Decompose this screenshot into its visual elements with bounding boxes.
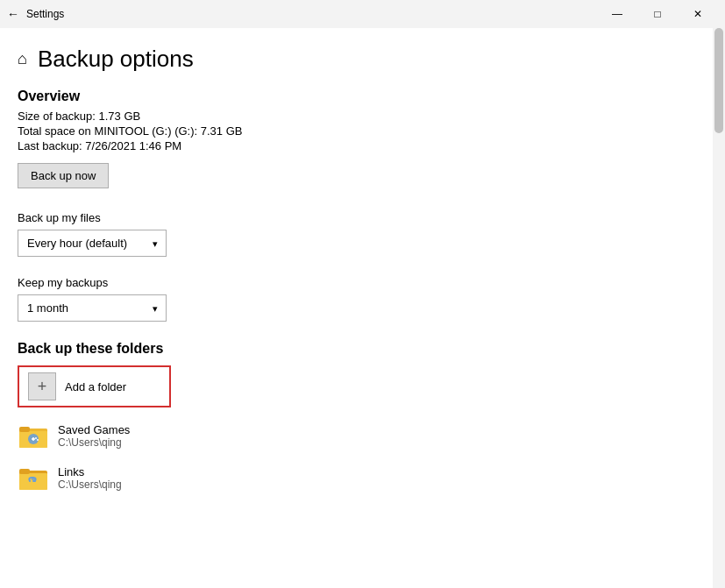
last-backup: Last backup: 7/26/2021 1:46 PM: [18, 139, 686, 152]
folder-path: C:\Users\qing: [58, 436, 130, 449]
title-bar: ← Settings — □ ✕: [0, 0, 725, 28]
backup-files-section: Back up my files Every hour (default) ▾: [18, 211, 686, 273]
close-button[interactable]: ✕: [678, 0, 718, 28]
folder-name: Saved Games: [58, 423, 130, 436]
scrollbar[interactable]: [713, 28, 725, 588]
backup-frequency-wrapper: Every hour (default) ▾: [18, 230, 167, 257]
add-folder-button[interactable]: + Add a folder: [18, 365, 171, 407]
folder-info: Links C:\Users\qing: [58, 465, 122, 491]
keep-backups-label: Keep my backups: [18, 276, 686, 289]
add-folder-label: Add a folder: [65, 380, 126, 393]
overview-section: Overview Size of backup: 1.73 GB Total s…: [18, 89, 686, 208]
back-up-now-button[interactable]: Back up now: [18, 163, 109, 188]
maximize-button[interactable]: □: [637, 0, 678, 28]
main-content: ⌂ Backup options Overview Size of backup…: [0, 28, 713, 588]
keep-backups-select[interactable]: 1 month: [18, 294, 167, 322]
svg-rect-11: [19, 469, 30, 474]
window-title: Settings: [26, 8, 64, 20]
home-icon[interactable]: ⌂: [18, 50, 27, 68]
folder-icon-links: [18, 462, 49, 493]
keep-backups-section: Keep my backups 1 month ▾: [18, 276, 686, 337]
backup-frequency-select[interactable]: Every hour (default): [18, 230, 167, 257]
keep-backups-wrapper: 1 month ▾: [18, 294, 167, 322]
folder-name: Links: [58, 465, 122, 478]
plus-icon: +: [28, 372, 56, 400]
backup-size: Size of backup: 1.73 GB: [18, 110, 686, 123]
folder-icon-saved-games: [18, 420, 49, 451]
list-item: Links C:\Users\qing: [18, 462, 686, 493]
page-header: ⌂ Backup options: [18, 46, 686, 73]
folder-info: Saved Games C:\Users\qing: [58, 423, 130, 449]
svg-point-7: [35, 437, 37, 439]
backup-files-label: Back up my files: [18, 211, 686, 224]
total-space: Total space on MINITOOL (G:) (G:): 7.31 …: [18, 124, 686, 138]
svg-rect-6: [32, 437, 34, 441]
folder-path: C:\Users\qing: [58, 478, 122, 491]
page-title: Backup options: [38, 46, 194, 73]
scrollbar-thumb[interactable]: [714, 28, 723, 133]
svg-point-8: [37, 439, 39, 441]
overview-title: Overview: [18, 89, 686, 104]
folders-section-title: Back up these folders: [18, 341, 686, 357]
list-item: Saved Games C:\Users\qing: [18, 420, 686, 451]
folders-section: Back up these folders + Add a folder: [18, 341, 686, 493]
minimize-button[interactable]: —: [597, 0, 637, 28]
back-button[interactable]: ←: [7, 7, 19, 21]
svg-rect-3: [19, 427, 30, 432]
window-controls: — □ ✕: [597, 0, 718, 28]
